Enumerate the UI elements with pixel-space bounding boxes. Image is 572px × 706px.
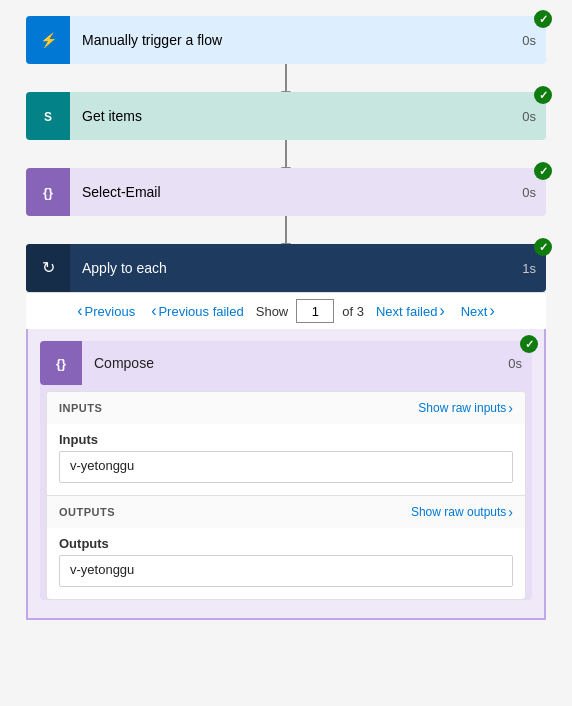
inputs-field-value: v-yetonggu [59,451,513,483]
next-label: Next [461,304,488,319]
pagination-bar: Previous Previous failed Show of 3 Next … [26,292,546,329]
trigger-icon: ⚡ [26,16,70,64]
applytoeach-icon: ↻ [26,244,70,292]
outputs-field-label: Outputs [59,536,513,551]
getitems-icon: S [26,92,70,140]
show-label: Show [256,304,289,319]
compose-card[interactable]: {} Compose 0s INPUTS Show raw inputs [40,341,532,600]
show-raw-outputs-label: Show raw outputs [411,505,506,519]
compose-check [520,335,538,353]
outputs-body: Outputs v-yetonggu [47,528,525,599]
outputs-header: OUTPUTS Show raw outputs › [47,496,525,528]
chevron-left-failed-icon [151,302,156,320]
previous-failed-label: Previous failed [158,304,243,319]
outputs-title: OUTPUTS [59,506,115,518]
select-label: Select-Email [70,184,512,200]
inputs-section: INPUTS Show raw inputs › Inputs v-yetong… [47,392,525,496]
inputs-header: INPUTS Show raw inputs › [47,392,525,424]
next-failed-button[interactable]: Next failed [372,300,449,322]
select-icon: {} [26,168,70,216]
chevron-right-icon [489,302,494,320]
trigger-check [534,10,552,28]
applytoeach-duration: 1s [512,261,546,276]
arrow-1 [285,64,287,92]
total-pages: of 3 [342,304,364,319]
getitems-duration: 0s [512,109,546,124]
inputs-body: Inputs v-yetonggu [47,424,525,495]
svg-text:{}: {} [56,356,66,371]
inputs-field-label: Inputs [59,432,513,447]
outputs-field-value: v-yetonggu [59,555,513,587]
trigger-duration: 0s [512,33,546,48]
applytoeach-label: Apply to each [70,260,512,276]
applytoeach-check [534,238,552,256]
next-button[interactable]: Next [457,300,499,322]
svg-text:↻: ↻ [42,259,55,276]
step-applytoeach[interactable]: ↻ Apply to each 1s [26,244,546,292]
step-getitems[interactable]: S Get items 0s [26,92,546,140]
chevron-right-inputs-icon: › [508,400,513,416]
svg-text:⚡: ⚡ [40,32,58,49]
show-raw-outputs-button[interactable]: Show raw outputs › [411,504,513,520]
chevron-left-icon [77,302,82,320]
next-failed-label: Next failed [376,304,437,319]
show-raw-inputs-label: Show raw inputs [418,401,506,415]
compose-icon: {} [40,341,82,385]
show-raw-inputs-button[interactable]: Show raw inputs › [418,400,513,416]
page-input[interactable] [296,299,334,323]
select-duration: 0s [512,185,546,200]
step-trigger[interactable]: ⚡ Manually trigger a flow 0s [26,16,546,64]
getitems-check [534,86,552,104]
svg-text:S: S [44,110,52,124]
compose-duration: 0s [498,356,532,371]
select-check [534,162,552,180]
outputs-section: OUTPUTS Show raw outputs › Outputs v-yet… [47,496,525,599]
trigger-label: Manually trigger a flow [70,32,512,48]
previous-button[interactable]: Previous [73,300,139,322]
step-select[interactable]: {} Select-Email 0s [26,168,546,216]
previous-label: Previous [85,304,136,319]
details-panel: INPUTS Show raw inputs › Inputs v-yetong… [46,391,526,600]
previous-failed-button[interactable]: Previous failed [147,300,248,322]
arrow-3 [285,216,287,244]
arrow-2 [285,140,287,168]
compose-label: Compose [82,355,498,371]
svg-text:{}: {} [43,185,53,200]
inputs-title: INPUTS [59,402,102,414]
getitems-label: Get items [70,108,512,124]
chevron-right-outputs-icon: › [508,504,513,520]
chevron-right-failed-icon [439,302,444,320]
